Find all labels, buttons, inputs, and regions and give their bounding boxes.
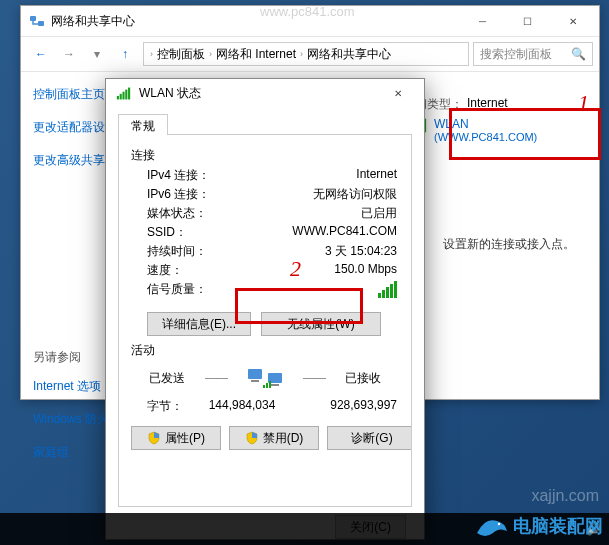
svg-rect-3 <box>251 380 259 382</box>
breadcrumb-root[interactable]: 控制面板 <box>157 46 205 63</box>
link-homegroup[interactable]: 家庭组 <box>33 444 111 461</box>
dash-icon: —— <box>205 371 227 385</box>
tab-general[interactable]: 常规 <box>118 114 168 135</box>
chevron-right-icon: › <box>150 49 153 59</box>
tray-chevron-icon[interactable]: ＾ <box>564 521 576 538</box>
wifi-icon <box>117 87 130 99</box>
bottom-buttons: 属性(P) 禁用(D) 诊断(G) <box>131 426 399 450</box>
activity-icon <box>247 367 283 389</box>
tab-panel-general: 连接 IPv4 连接：Internet IPv6 连接：无网络访问权限 媒体状态… <box>118 135 412 507</box>
recv-label: 已接收 <box>345 370 381 387</box>
connection-ssid[interactable]: (WWW.PC841.COM) <box>434 131 537 143</box>
search-input[interactable]: 搜索控制面板 🔍 <box>473 42 593 66</box>
disable-button[interactable]: 禁用(D) <box>229 426 319 450</box>
activity-row: 已发送 —— —— 已接收 <box>131 367 399 389</box>
details-button[interactable]: 详细信息(E)... <box>147 312 251 336</box>
row-ipv6: IPv6 连接：无网络访问权限 <box>131 185 399 204</box>
chevron-right-icon: › <box>300 49 303 59</box>
tab-strip: 常规 <box>118 113 412 135</box>
nav-history-button[interactable]: ▾ <box>83 42 111 66</box>
wlan-body: 常规 连接 IPv4 连接：Internet IPv6 连接：无网络访问权限 媒… <box>106 107 424 539</box>
connection-link[interactable]: WLAN <box>434 117 537 131</box>
breadcrumb-leaf[interactable]: 网络和共享中心 <box>307 46 391 63</box>
row-signal: 信号质量： <box>131 280 399 302</box>
row-ssid: SSID：WWW.PC841.COM <box>131 223 399 242</box>
network-center-icon <box>29 13 45 29</box>
watermark-url: xajjn.com <box>531 487 599 505</box>
chevron-right-icon: › <box>209 49 212 59</box>
link-firewall[interactable]: Windows 防火墙 <box>33 411 111 428</box>
bytes-sent: 144,984,034 <box>197 398 287 415</box>
section-connection: 连接 <box>131 147 399 164</box>
breadcrumb[interactable]: › 控制面板 › 网络和 Internet › 网络和共享中心 <box>143 42 469 66</box>
minimize-button[interactable]: ─ <box>460 7 505 35</box>
row-ipv4: IPv4 连接：Internet <box>131 166 399 185</box>
row-media: 媒体状态：已启用 <box>131 204 399 223</box>
taskbar: ＾ 🔊 <box>0 513 609 545</box>
link-cp-home[interactable]: 控制面板主页 <box>33 86 111 103</box>
link-internet-options[interactable]: Internet 选项 <box>33 378 111 395</box>
svg-rect-7 <box>266 383 268 388</box>
shield-icon <box>147 431 161 445</box>
diagnose-button[interactable]: 诊断(G) <box>327 426 412 450</box>
window-controls: ─ ☐ ✕ <box>460 7 595 35</box>
access-type-value: Internet <box>467 96 508 113</box>
section-activity: 活动 <box>131 342 399 359</box>
sent-label: 已发送 <box>149 370 185 387</box>
nav-up-button[interactable]: ↑ <box>111 42 139 66</box>
breadcrumb-mid[interactable]: 网络和 Internet <box>216 46 296 63</box>
nav-forward-button[interactable]: → <box>55 42 83 66</box>
tray-sound-icon[interactable]: 🔊 <box>586 522 601 536</box>
svg-rect-8 <box>269 381 271 388</box>
bytes-recv: 928,693,997 <box>287 398 397 415</box>
wlan-titlebar: WLAN 状态 ✕ <box>106 79 424 107</box>
signal-bars-icon <box>378 281 397 301</box>
search-placeholder: 搜索控制面板 <box>480 46 552 63</box>
setup-hint: 设置新的连接或接入点。 <box>443 236 575 253</box>
wlan-status-window: WLAN 状态 ✕ 常规 连接 IPv4 连接：Internet IPv6 连接… <box>105 78 425 540</box>
search-icon: 🔍 <box>571 47 586 61</box>
annotation-label-1: 1 <box>578 90 589 116</box>
svg-rect-5 <box>271 384 279 386</box>
svg-rect-1 <box>38 21 44 26</box>
close-button[interactable]: ✕ <box>550 7 595 35</box>
close-button[interactable]: ✕ <box>378 81 418 105</box>
wlan-title: WLAN 状态 <box>139 85 378 102</box>
svg-rect-0 <box>30 16 36 21</box>
link-change-adapter[interactable]: 更改适配器设置 <box>33 119 111 136</box>
properties-button[interactable]: 属性(P) <box>131 426 221 450</box>
shield-icon <box>245 431 259 445</box>
wireless-properties-button[interactable]: 无线属性(W) <box>261 312 381 336</box>
dash-icon: —— <box>303 371 325 385</box>
link-advanced-sharing[interactable]: 更改高级共享设置 <box>33 152 111 169</box>
detail-buttons: 详细信息(E)... 无线属性(W) <box>147 312 399 336</box>
svg-rect-2 <box>248 369 262 379</box>
seealso-header: 另请参阅 <box>33 349 111 366</box>
nav-back-button[interactable]: ← <box>27 42 55 66</box>
row-duration: 持续时间：3 天 15:04:23 <box>131 242 399 261</box>
row-speed: 速度：150.0 Mbps <box>131 261 399 280</box>
cp-titlebar: 网络和共享中心 ─ ☐ ✕ <box>21 6 599 36</box>
active-network-block: 访问类型： Internet 连接： WLAN (WWW.PC841.COM) <box>403 96 583 151</box>
cp-title: 网络和共享中心 <box>51 13 460 30</box>
svg-rect-6 <box>263 385 265 388</box>
cp-nav-bar: ← → ▾ ↑ › 控制面板 › 网络和 Internet › 网络和共享中心 … <box>21 36 599 72</box>
row-bytes: 字节： 144,984,034 928,693,997 <box>131 397 399 416</box>
maximize-button[interactable]: ☐ <box>505 7 550 35</box>
annotation-label-2: 2 <box>290 256 301 282</box>
cp-left-pane: 控制面板主页 更改适配器设置 更改高级共享设置 另请参阅 Internet 选项… <box>21 72 111 399</box>
